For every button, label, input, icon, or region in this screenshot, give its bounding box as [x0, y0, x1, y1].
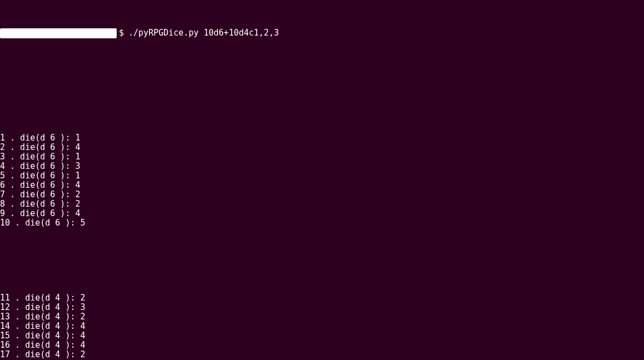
- dice-roll-line: 1 . die(d 6 ): 1: [0, 133, 644, 143]
- dice-roll-line: 14 . die(d 4 ): 4: [0, 322, 644, 331]
- blank-line: [0, 96, 644, 106]
- dice-roll-line: 10 . die(d 6 ): 5: [0, 218, 644, 228]
- dice-roll-line: 11 . die(d 4 ): 2: [0, 293, 644, 303]
- command-text: ./pyRPGDice.py 10d6+10d4c1,2,3: [128, 28, 279, 38]
- redacted-user-host: [0, 28, 117, 38]
- dice-roll-line: 17 . die(d 4 ): 2: [0, 350, 644, 359]
- dice-roll-line: 8 . die(d 6 ): 2: [0, 199, 644, 209]
- dice-roll-line: 9 . die(d 6 ): 4: [0, 209, 644, 218]
- dice-roll-line: 3 . die(d 6 ): 1: [0, 152, 644, 162]
- dice-roll-line: 13 . die(d 4 ): 2: [0, 312, 644, 322]
- terminal-window[interactable]: $ ./pyRPGDice.py 10d6+10d4c1,2,3 1 . die…: [0, 0, 644, 360]
- dice-roll-line: 2 . die(d 6 ): 4: [0, 143, 644, 152]
- dice-roll-line: 16 . die(d 4 ): 4: [0, 341, 644, 350]
- prompt-symbol: $: [119, 28, 124, 38]
- blank-line: [0, 68, 644, 77]
- dice-roll-line: 15 . die(d 4 ): 4: [0, 331, 644, 341]
- dice-roll-line: 12 . die(d 4 ): 3: [0, 303, 644, 312]
- dice-roll-line: 7 . die(d 6 ): 2: [0, 190, 644, 199]
- dice-roll-line: 5 . die(d 6 ): 1: [0, 171, 644, 181]
- d4-rolls-block: 11 . die(d 4 ): 212 . die(d 4 ): 313 . d…: [0, 293, 644, 360]
- dice-roll-line: 6 . die(d 6 ): 4: [0, 181, 644, 190]
- blank-line: [0, 256, 644, 266]
- prompt-line-top: $ ./pyRPGDice.py 10d6+10d4c1,2,3: [0, 28, 644, 38]
- dice-roll-line: 4 . die(d 6 ): 3: [0, 162, 644, 171]
- d6-rolls-block: 1 . die(d 6 ): 12 . die(d 6 ): 43 . die(…: [0, 133, 644, 227]
